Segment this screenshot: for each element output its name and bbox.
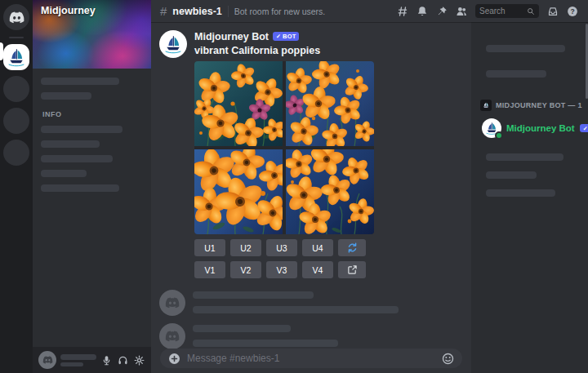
app-badge: ✓APP — [580, 124, 588, 133]
notifications-icon[interactable] — [416, 6, 428, 17]
search-input[interactable] — [479, 7, 524, 16]
emoji-icon[interactable] — [442, 353, 454, 365]
headphones-icon[interactable] — [117, 354, 129, 366]
redacted-text-bar — [193, 340, 338, 347]
members-icon[interactable] — [456, 6, 467, 17]
default-avatar[interactable] — [159, 323, 185, 349]
message-author[interactable]: Midjourney Bot — [194, 31, 269, 42]
threads-icon[interactable] — [397, 6, 408, 17]
chat-area: Midjourney Bot ✓BOT vibrant California p… — [151, 22, 471, 373]
discord-logo-icon — [42, 356, 53, 364]
redacted-text-bar — [193, 306, 399, 313]
settings-gear-icon[interactable] — [133, 354, 145, 366]
channel-sidebar: Midjourney INFO — [33, 0, 151, 373]
upscale-button-u1[interactable]: U1 — [194, 239, 225, 256]
discord-home-button[interactable] — [3, 4, 29, 30]
bot-badge: ✓BOT — [273, 32, 300, 41]
pin-icon[interactable] — [436, 6, 448, 17]
redacted-text-bar — [60, 362, 83, 366]
redacted-channel-bar — [41, 184, 119, 192]
bot-avatar[interactable] — [159, 30, 187, 58]
variation-button-v2[interactable]: V2 — [230, 261, 261, 278]
user-avatar[interactable] — [38, 351, 56, 369]
redacted-message-body — [193, 290, 399, 316]
header-toolbar: ? — [397, 4, 578, 18]
search-box[interactable] — [475, 4, 539, 18]
variation-button-v3[interactable]: V3 — [266, 261, 297, 278]
redacted-text-bar — [193, 325, 291, 332]
message-input[interactable] — [187, 353, 435, 364]
server-icon-placeholder[interactable] — [3, 108, 29, 134]
message-composer[interactable] — [160, 349, 462, 368]
default-avatar[interactable] — [159, 290, 185, 316]
help-icon[interactable]: ? — [567, 6, 578, 17]
generated-image-grid[interactable] — [194, 61, 374, 234]
upscale-button-row: U1 U2 U3 U4 — [194, 239, 374, 256]
search-icon — [527, 7, 535, 16]
mic-icon[interactable] — [100, 354, 113, 366]
category-label-info[interactable]: INFO — [42, 110, 143, 118]
prompt-text: vibrant California poppies — [194, 45, 374, 56]
server-icon-placeholder[interactable] — [3, 76, 29, 102]
server-name-header[interactable]: Midjourney — [41, 5, 145, 16]
discord-logo-icon — [165, 297, 180, 309]
content-row: Midjourney Bot ✓BOT vibrant California p… — [151, 22, 588, 373]
member-avatar — [482, 118, 501, 138]
member-section-title: MIDJOURNEY BOT — 1 — [496, 101, 582, 109]
discord-logo-icon — [165, 331, 180, 342]
redacted-text-bar — [486, 70, 546, 78]
redacted-channel-bar — [41, 140, 100, 148]
redacted-message — [151, 290, 471, 316]
verified-check-icon: ✓ — [276, 33, 281, 39]
bot-badge-label: BOT — [283, 33, 296, 40]
variation-button-v4[interactable]: V4 — [302, 261, 333, 278]
channel-header: # newbies-1 Bot room for new users. ? — [151, 0, 588, 22]
midjourney-sailboat-icon — [6, 47, 27, 68]
redacted-text-bar — [486, 171, 537, 179]
bot-message-body: Midjourney Bot ✓BOT vibrant California p… — [194, 30, 374, 278]
server-rail — [0, 0, 33, 373]
member-section-header: MIDJOURNEY BOT — 1 — [480, 100, 581, 111]
bot-section-icon — [480, 100, 492, 111]
user-panel — [33, 347, 151, 373]
redacted-text-bar — [60, 354, 96, 360]
redacted-text-bar — [486, 189, 555, 197]
active-server-pill — [0, 42, 3, 60]
member-name: Midjourney Bot — [506, 123, 575, 133]
redacted-channel-bar — [41, 170, 87, 177]
main-area: # newbies-1 Bot room for new users. ? — [151, 0, 588, 373]
upscale-button-u4[interactable]: U4 — [302, 239, 333, 256]
upscale-button-u2[interactable]: U2 — [230, 239, 261, 256]
redacted-channel-bar — [41, 92, 91, 100]
open-link-icon — [347, 264, 358, 275]
redacted-channel-bar — [41, 155, 113, 162]
channel-hash-icon: # — [160, 4, 167, 18]
channel-topic[interactable]: Bot room for new users. — [234, 7, 391, 16]
midjourney-sailboat-icon — [163, 33, 184, 55]
channel-list: INFO — [33, 69, 151, 347]
open-in-browser-button[interactable] — [338, 261, 366, 278]
discord-logo-icon — [9, 11, 24, 24]
rail-divider — [9, 37, 24, 38]
variation-button-v1[interactable]: V1 — [194, 261, 225, 278]
member-row-midjourney-bot[interactable]: Midjourney Bot ✓APP — [480, 118, 581, 138]
reroll-button[interactable] — [338, 239, 366, 256]
online-status-dot — [495, 131, 503, 140]
redacted-text-bar — [486, 153, 564, 161]
variation-button-row: V1 V2 V3 V4 — [194, 261, 374, 278]
svg-text:?: ? — [570, 7, 574, 15]
midjourney-sailboat-icon — [482, 101, 490, 109]
redacted-text-bar — [193, 291, 314, 299]
message-header: Midjourney Bot ✓BOT — [194, 30, 374, 42]
plus-circle-icon[interactable] — [168, 353, 180, 365]
server-icon-placeholder[interactable] — [3, 140, 29, 166]
server-banner: Midjourney — [33, 0, 151, 69]
redacted-username — [60, 354, 96, 366]
discord-app: Midjourney INFO # — [0, 0, 588, 373]
redacted-channel-bar — [41, 126, 122, 133]
server-icon-midjourney[interactable] — [3, 44, 29, 70]
reroll-icon — [347, 242, 358, 253]
upscale-button-u3[interactable]: U3 — [266, 239, 297, 256]
redacted-message-body — [193, 323, 338, 349]
inbox-icon[interactable] — [547, 6, 559, 17]
